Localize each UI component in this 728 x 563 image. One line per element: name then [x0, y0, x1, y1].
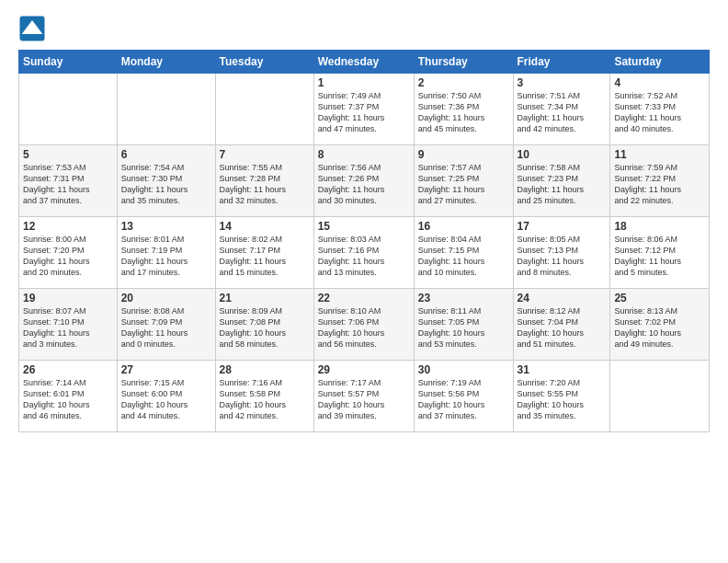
- day-number: 31: [518, 363, 607, 376]
- calendar-cell: 24Sunrise: 8:12 AM Sunset: 7:04 PM Dayli…: [513, 289, 610, 361]
- day-number: 1: [318, 76, 410, 89]
- day-number: 21: [220, 292, 310, 304]
- week-row-4: 26Sunrise: 7:14 AM Sunset: 6:01 PM Dayli…: [19, 361, 710, 432]
- day-number: 3: [518, 76, 607, 89]
- day-info: Sunrise: 8:05 AM Sunset: 7:13 PM Dayligh…: [518, 234, 607, 279]
- day-number: 19: [23, 292, 113, 304]
- day-info: Sunrise: 8:02 AM Sunset: 7:17 PM Dayligh…: [220, 234, 310, 279]
- day-info: Sunrise: 8:09 AM Sunset: 7:08 PM Dayligh…: [220, 305, 310, 350]
- calendar-cell: 12Sunrise: 8:00 AM Sunset: 7:20 PM Dayli…: [19, 217, 118, 289]
- day-number: 11: [614, 148, 705, 161]
- calendar-cell: [117, 74, 215, 145]
- day-info: Sunrise: 7:17 AM Sunset: 5:57 PM Dayligh…: [318, 377, 410, 422]
- calendar-cell: 27Sunrise: 7:15 AM Sunset: 6:00 PM Dayli…: [117, 361, 215, 432]
- day-info: Sunrise: 7:58 AM Sunset: 7:23 PM Dayligh…: [518, 162, 607, 207]
- day-info: Sunrise: 7:20 AM Sunset: 5:55 PM Dayligh…: [518, 377, 607, 422]
- calendar-cell: 9Sunrise: 7:57 AM Sunset: 7:25 PM Daylig…: [414, 145, 513, 217]
- calendar-cell: 13Sunrise: 8:01 AM Sunset: 7:19 PM Dayli…: [117, 217, 215, 289]
- day-number: 12: [23, 220, 113, 233]
- day-number: 30: [418, 363, 509, 376]
- calendar-cell: 31Sunrise: 7:20 AM Sunset: 5:55 PM Dayli…: [513, 361, 610, 432]
- calendar-cell: 19Sunrise: 8:07 AM Sunset: 7:10 PM Dayli…: [19, 289, 118, 361]
- calendar-cell: 15Sunrise: 8:03 AM Sunset: 7:16 PM Dayli…: [313, 217, 414, 289]
- day-info: Sunrise: 7:19 AM Sunset: 5:56 PM Dayligh…: [418, 377, 509, 422]
- day-number: 7: [220, 148, 310, 161]
- day-number: 22: [318, 292, 410, 304]
- day-info: Sunrise: 8:08 AM Sunset: 7:09 PM Dayligh…: [121, 305, 211, 350]
- day-info: Sunrise: 8:01 AM Sunset: 7:19 PM Dayligh…: [121, 234, 211, 279]
- day-number: 16: [418, 220, 509, 233]
- calendar-cell: 4Sunrise: 7:52 AM Sunset: 7:33 PM Daylig…: [610, 74, 710, 145]
- day-info: Sunrise: 8:10 AM Sunset: 7:06 PM Dayligh…: [318, 305, 410, 350]
- weekday-header-monday: Monday: [117, 51, 215, 74]
- calendar-cell: 18Sunrise: 8:06 AM Sunset: 7:12 PM Dayli…: [610, 217, 710, 289]
- weekday-header-row: SundayMondayTuesdayWednesdayThursdayFrid…: [19, 51, 710, 74]
- week-row-1: 5Sunrise: 7:53 AM Sunset: 7:31 PM Daylig…: [19, 145, 710, 217]
- calendar-cell: [215, 74, 313, 145]
- calendar-cell: 22Sunrise: 8:10 AM Sunset: 7:06 PM Dayli…: [313, 289, 414, 361]
- day-number: 24: [518, 292, 607, 304]
- calendar-cell: [19, 74, 118, 145]
- day-number: 6: [121, 148, 211, 161]
- day-info: Sunrise: 7:49 AM Sunset: 7:37 PM Dayligh…: [318, 90, 410, 135]
- calendar-cell: 6Sunrise: 7:54 AM Sunset: 7:30 PM Daylig…: [117, 145, 215, 217]
- day-info: Sunrise: 7:51 AM Sunset: 7:34 PM Dayligh…: [518, 90, 607, 135]
- day-number: 2: [418, 76, 509, 89]
- day-info: Sunrise: 8:11 AM Sunset: 7:05 PM Dayligh…: [418, 305, 509, 350]
- day-number: 15: [318, 220, 410, 233]
- calendar-cell: 8Sunrise: 7:56 AM Sunset: 7:26 PM Daylig…: [313, 145, 414, 217]
- day-number: 29: [318, 363, 410, 376]
- day-info: Sunrise: 7:53 AM Sunset: 7:31 PM Dayligh…: [23, 162, 113, 207]
- calendar-cell: 5Sunrise: 7:53 AM Sunset: 7:31 PM Daylig…: [19, 145, 118, 217]
- calendar-cell: 23Sunrise: 8:11 AM Sunset: 7:05 PM Dayli…: [414, 289, 513, 361]
- day-info: Sunrise: 7:56 AM Sunset: 7:26 PM Dayligh…: [318, 162, 410, 207]
- weekday-header-wednesday: Wednesday: [313, 51, 414, 74]
- week-row-2: 12Sunrise: 8:00 AM Sunset: 7:20 PM Dayli…: [19, 217, 710, 289]
- calendar-cell: 16Sunrise: 8:04 AM Sunset: 7:15 PM Dayli…: [414, 217, 513, 289]
- logo: [18, 15, 48, 42]
- day-info: Sunrise: 7:54 AM Sunset: 7:30 PM Dayligh…: [121, 162, 211, 207]
- day-info: Sunrise: 7:55 AM Sunset: 7:28 PM Dayligh…: [220, 162, 310, 207]
- day-info: Sunrise: 8:13 AM Sunset: 7:02 PM Dayligh…: [614, 305, 705, 350]
- day-number: 18: [614, 220, 705, 233]
- calendar-cell: 30Sunrise: 7:19 AM Sunset: 5:56 PM Dayli…: [414, 361, 513, 432]
- page: SundayMondayTuesdayWednesdayThursdayFrid…: [0, 0, 728, 563]
- weekday-header-saturday: Saturday: [610, 51, 710, 74]
- calendar-cell: 2Sunrise: 7:50 AM Sunset: 7:36 PM Daylig…: [414, 74, 513, 145]
- day-number: 28: [220, 363, 310, 376]
- calendar-cell: 26Sunrise: 7:14 AM Sunset: 6:01 PM Dayli…: [19, 361, 118, 432]
- calendar-cell: 10Sunrise: 7:58 AM Sunset: 7:23 PM Dayli…: [513, 145, 610, 217]
- calendar-cell: 25Sunrise: 8:13 AM Sunset: 7:02 PM Dayli…: [610, 289, 710, 361]
- day-number: 10: [518, 148, 607, 161]
- day-info: Sunrise: 8:03 AM Sunset: 7:16 PM Dayligh…: [318, 234, 410, 279]
- day-number: 26: [23, 363, 113, 376]
- day-info: Sunrise: 8:07 AM Sunset: 7:10 PM Dayligh…: [23, 305, 113, 350]
- week-row-0: 1Sunrise: 7:49 AM Sunset: 7:37 PM Daylig…: [19, 74, 710, 145]
- calendar-cell: 14Sunrise: 8:02 AM Sunset: 7:17 PM Dayli…: [215, 217, 313, 289]
- logo-icon: [18, 15, 46, 42]
- day-info: Sunrise: 7:14 AM Sunset: 6:01 PM Dayligh…: [23, 377, 113, 422]
- calendar-cell: 20Sunrise: 8:08 AM Sunset: 7:09 PM Dayli…: [117, 289, 215, 361]
- day-info: Sunrise: 7:57 AM Sunset: 7:25 PM Dayligh…: [418, 162, 509, 207]
- day-number: 8: [318, 148, 410, 161]
- day-info: Sunrise: 8:00 AM Sunset: 7:20 PM Dayligh…: [23, 234, 113, 279]
- week-row-3: 19Sunrise: 8:07 AM Sunset: 7:10 PM Dayli…: [19, 289, 710, 361]
- calendar-cell: 21Sunrise: 8:09 AM Sunset: 7:08 PM Dayli…: [215, 289, 313, 361]
- day-number: 5: [23, 148, 113, 161]
- calendar-cell: 29Sunrise: 7:17 AM Sunset: 5:57 PM Dayli…: [313, 361, 414, 432]
- day-number: 25: [614, 292, 705, 304]
- day-info: Sunrise: 7:15 AM Sunset: 6:00 PM Dayligh…: [121, 377, 211, 422]
- calendar-cell: 17Sunrise: 8:05 AM Sunset: 7:13 PM Dayli…: [513, 217, 610, 289]
- weekday-header-sunday: Sunday: [19, 51, 118, 74]
- day-number: 13: [121, 220, 211, 233]
- day-info: Sunrise: 7:59 AM Sunset: 7:22 PM Dayligh…: [614, 162, 705, 207]
- calendar-cell: 1Sunrise: 7:49 AM Sunset: 7:37 PM Daylig…: [313, 74, 414, 145]
- weekday-header-friday: Friday: [513, 51, 610, 74]
- day-info: Sunrise: 7:16 AM Sunset: 5:58 PM Dayligh…: [220, 377, 310, 422]
- calendar-cell: 3Sunrise: 7:51 AM Sunset: 7:34 PM Daylig…: [513, 74, 610, 145]
- calendar-cell: [610, 361, 710, 432]
- weekday-header-tuesday: Tuesday: [215, 51, 313, 74]
- day-info: Sunrise: 8:12 AM Sunset: 7:04 PM Dayligh…: [518, 305, 607, 350]
- day-number: 27: [121, 363, 211, 376]
- day-info: Sunrise: 8:06 AM Sunset: 7:12 PM Dayligh…: [614, 234, 705, 279]
